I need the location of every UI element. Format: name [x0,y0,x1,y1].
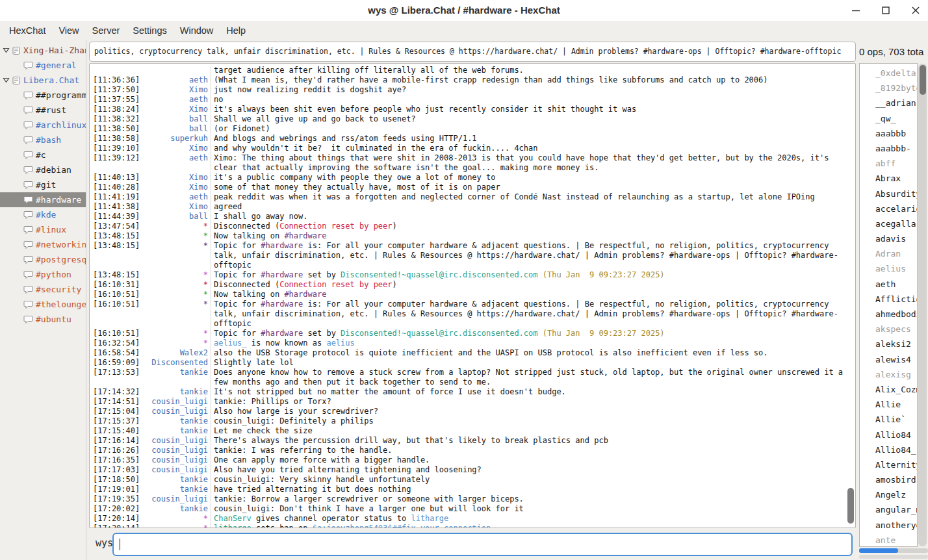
user-list-item[interactable]: Angelz [860,487,917,502]
nick-label[interactable]: aeth [189,75,211,85]
sidebar-item--postgresql[interactable]: #postgresql [0,252,86,267]
sidebar-item--c[interactable]: #c [0,147,86,162]
nick-label[interactable]: aeth [189,192,211,202]
sidebar-item--thelounge[interactable]: #thelounge [0,297,86,312]
user-list-item[interactable]: adavis [860,231,917,246]
user-list-item[interactable]: Alternity [860,457,917,472]
nick-label[interactable]: Ximo [189,105,211,114]
user-list-item[interactable]: aelius [860,261,917,276]
nick-label[interactable]: Walex2 [180,348,211,358]
user-list-item[interactable]: Allio84_ [860,442,917,457]
minimize-icon[interactable] [847,2,864,19]
nick-label[interactable]: aeth [189,95,211,105]
sidebar-item--debian[interactable]: #debian [0,162,86,177]
user-list-item[interactable]: alexisg [860,367,917,382]
sidebar-item--linux[interactable]: #linux [0,222,86,237]
menu-item-view[interactable]: View [52,21,85,40]
maximize-icon[interactable] [877,2,894,19]
sidebar-item--general[interactable]: #general [0,58,86,73]
menu-item-server[interactable]: Server [86,21,127,40]
sidebar-item--hardware[interactable]: #hardware [0,192,86,207]
nick-label[interactable]: cousin_luigi [151,446,211,455]
menu-item-window[interactable]: Window [174,21,220,40]
menu-item-help[interactable]: Help [220,21,252,40]
menu-item-settings[interactable]: Settings [126,21,173,40]
nick-label[interactable]: cousin_luigi [151,465,211,475]
user-list-item[interactable]: ahmedbodi [860,307,917,322]
user-list-item[interactable]: Adran [860,246,917,261]
nick-label[interactable]: Ximo [189,85,211,95]
user-list-item[interactable]: _8192byte [860,81,917,95]
sidebar-item--archlinux[interactable]: #archlinux [0,118,86,133]
nick-label[interactable]: tankie [180,485,211,494]
nick-label[interactable]: cousin_luigi [151,436,211,446]
user-list-item[interactable]: accelario [860,201,917,216]
user-list-item[interactable]: amosbird [860,472,917,487]
expander-icon[interactable] [3,77,10,84]
nick-label[interactable]: tankie [180,368,211,387]
userlist-scrollbar-thumb[interactable] [920,65,926,95]
sidebar-item--python[interactable]: #python [0,267,86,282]
sidebar-item--security[interactable]: #security [0,282,86,297]
user-list-item[interactable]: anotheryo [860,518,917,533]
tree-server-libera-chat[interactable]: Libera.Chat [0,73,86,88]
user-list-item[interactable]: aleksi2 [860,337,917,351]
nick-label[interactable]: aeth [189,153,211,173]
nick-label[interactable]: tankie [180,504,211,514]
chat-scrollbar[interactable] [847,64,855,527]
nick-label[interactable]: superkuh [170,134,211,144]
sidebar-item--ubuntu[interactable]: #ubuntu [0,312,86,327]
nick-label[interactable]: cousin_luigi [151,407,211,416]
user-list-item[interactable]: Absurdity [860,186,917,201]
topic-input[interactable]: politics, cryptocurrency talk, unfair di… [89,42,856,62]
user-list-item[interactable]: aeth [860,277,917,292]
userlist-hscrollbar-track[interactable] [859,555,928,559]
nick-label[interactable]: cousin_luigi [151,494,211,504]
userlist-hscrollbar-thumb[interactable] [859,548,898,553]
user-list-item[interactable]: alewis4 [860,352,917,367]
nick-label[interactable]: Ximo [189,183,211,192]
sidebar-item--rust[interactable]: ##rust [0,103,86,118]
sidebar-item--networking[interactable]: #networking [0,237,86,252]
sidebar-item--git[interactable]: #git [0,177,86,192]
sidebar-item--programming[interactable]: ##programming [0,88,86,103]
userlist-hscrollbar[interactable] [859,548,928,553]
user-list-item[interactable]: akspecs [860,322,917,337]
nick-label[interactable]: tankie [180,387,211,397]
user-list-item[interactable]: ante [860,533,917,547]
user-list-item[interactable]: abff [860,156,917,171]
nick-label[interactable]: ball [189,124,211,134]
nick-label[interactable]: Ximo [189,144,211,153]
tree-server-xing-hai-zhan[interactable]: Xing-Hai-Zhan [0,43,86,58]
nick-label[interactable]: tankie [180,426,211,436]
nick-label[interactable]: Disconsented [151,358,211,368]
nick-label[interactable]: tankie [180,475,211,485]
nick-label[interactable]: Ximo [189,202,211,212]
chat-scrollbar-thumb[interactable] [847,488,854,524]
user-list-item[interactable]: _0xdelta [860,66,917,81]
user-list-item[interactable]: _qw_ [860,111,917,126]
user-list-item[interactable]: Alix_Cozm [860,382,917,397]
user-list-item[interactable]: angular_m [860,502,917,517]
user-list-item[interactable]: Abrax [860,171,917,186]
sidebar-item--kde[interactable]: #kde [0,207,86,222]
nick-label[interactable]: tankie [180,416,211,426]
nick-label[interactable]: cousin_luigi [151,455,211,465]
user-list-item[interactable]: Allio84 [860,427,917,442]
nick-label[interactable]: Ximo [189,173,211,183]
user-list-item[interactable]: aaabbb [860,126,917,141]
expander-icon[interactable] [3,47,10,54]
user-list-item[interactable]: acegalla- [860,216,917,231]
close-icon[interactable] [907,2,924,19]
nick-label[interactable]: ball [189,114,211,124]
user-list-item[interactable]: Allie [860,397,917,412]
nick-label[interactable]: ball [189,212,211,222]
user-list-item[interactable]: aaabbb- [860,141,917,156]
userlist-scrollbar[interactable] [918,64,927,546]
user-list-item[interactable]: __adrian [860,95,917,110]
menu-item-hexchat[interactable]: HexChat [3,21,52,40]
sidebar-item--bash[interactable]: #bash [0,133,86,147]
user-list-item[interactable]: Allie` [860,412,917,427]
user-list-item[interactable]: Affliction [860,292,917,307]
message-input[interactable] [112,533,853,556]
